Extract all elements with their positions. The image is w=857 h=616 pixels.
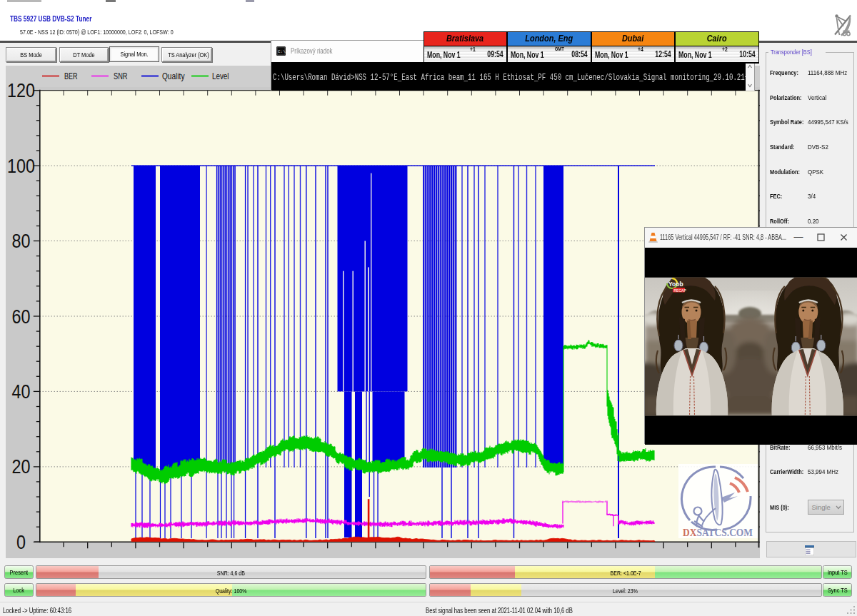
svg-text:100: 100 [7,156,35,177]
svg-text:40: 40 [12,381,31,403]
svg-text:Quality: Quality [162,71,185,81]
svg-text:20: 20 [12,456,31,478]
svg-text:60: 60 [12,306,31,328]
svg-text:120: 120 [7,80,35,101]
svg-text:SNR: SNR [114,71,128,81]
svg-text:Level: Level [212,71,229,81]
svg-text:RECAP: RECAP [673,288,686,292]
svg-text:DXSATCS.COM: DXSATCS.COM [683,527,753,538]
svg-text:0: 0 [16,532,26,553]
svg-text:Yoob: Yoob [668,281,683,288]
svg-text:80: 80 [12,231,31,252]
svg-text:BER: BER [64,71,78,81]
svg-text:C:\: C:\ [278,49,286,54]
